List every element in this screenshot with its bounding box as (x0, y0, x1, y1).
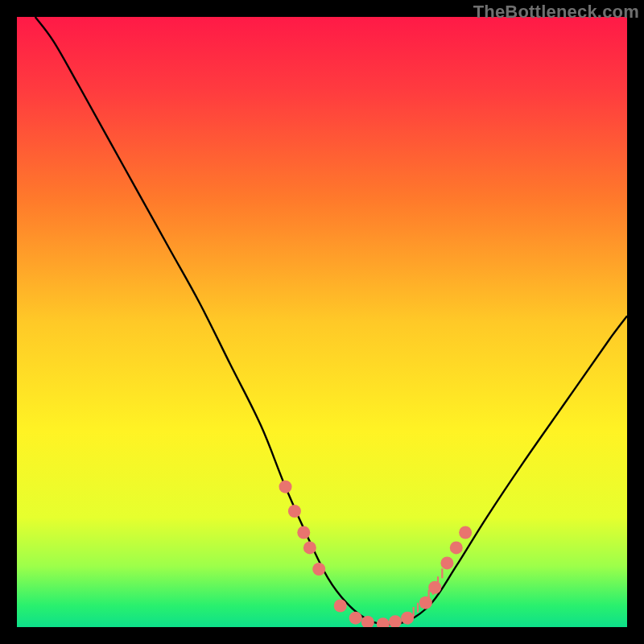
highlight-dot (288, 505, 301, 518)
highlight-dot (428, 581, 441, 594)
highlight-dot (440, 556, 453, 569)
highlight-dot (450, 541, 463, 554)
bottleneck-chart (17, 17, 627, 627)
highlight-dot (459, 526, 472, 539)
highlight-dot (303, 541, 316, 554)
highlight-dot (279, 481, 292, 493)
highlight-dot (297, 526, 310, 539)
highlight-dot (349, 612, 362, 625)
chart-frame (17, 17, 627, 627)
highlight-dot (419, 597, 432, 609)
highlight-dot (312, 563, 325, 576)
gradient-background (17, 17, 627, 627)
highlight-dot (401, 612, 414, 625)
watermark-text: TheBottleneck.com (473, 2, 639, 23)
highlight-dot (334, 599, 347, 612)
